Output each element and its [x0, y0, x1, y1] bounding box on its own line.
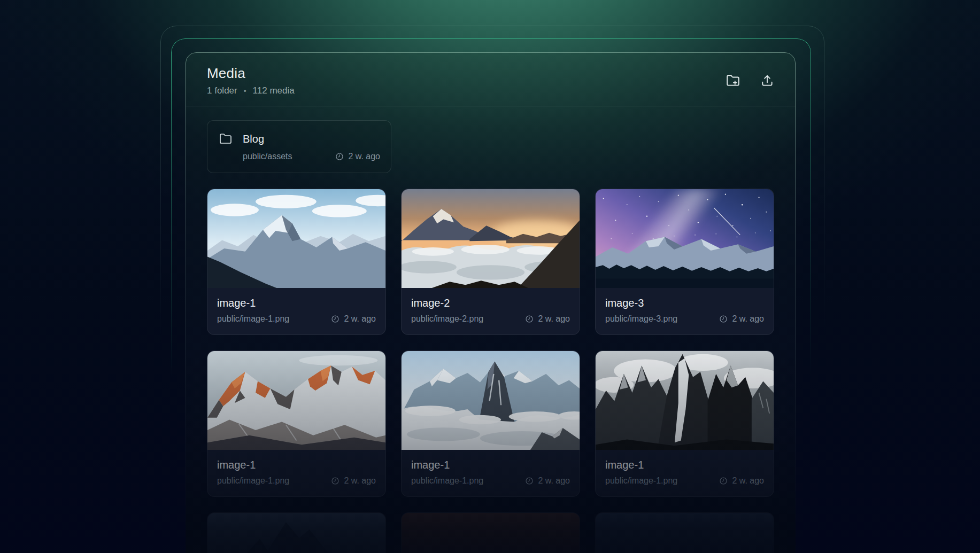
media-card-partial-1[interactable] [207, 512, 386, 553]
clock-icon [331, 477, 339, 485]
upload-icon [760, 74, 774, 88]
media-modified-label: 2 w. ago [732, 314, 764, 324]
upload-button[interactable] [760, 73, 775, 88]
header-text: Media 1 folder • 112 media [207, 65, 295, 96]
clock-icon [525, 477, 534, 485]
media-card-partial-3[interactable] [595, 512, 774, 553]
media-card-image-2[interactable]: image-2 public/image-2.png 2 w. ago [401, 189, 580, 335]
clock-icon [335, 152, 344, 161]
media-title: image-2 [411, 297, 570, 309]
new-folder-button[interactable] [726, 73, 741, 88]
page-title: Media [207, 65, 295, 82]
clock-icon [719, 477, 728, 485]
folder-modified: 2 w. ago [335, 151, 380, 162]
header-actions [726, 73, 777, 88]
media-modified-label: 2 w. ago [732, 476, 764, 486]
folder-name: Blog [243, 132, 264, 146]
media-title: image-3 [605, 297, 764, 309]
folder-path: public/assets [243, 151, 292, 162]
media-thumbnail-snowy-alps [207, 189, 385, 288]
media-modified: 2 w. ago [331, 314, 376, 324]
media-modified: 2 w. ago [331, 476, 376, 486]
media-card-partial-2[interactable] [401, 512, 580, 553]
media-modified-label: 2 w. ago [538, 476, 570, 486]
media-title: image-1 [217, 458, 376, 471]
media-thumbnail-bw-peaks [596, 351, 774, 450]
media-content: Blog public/assets 2 w. ago [186, 106, 796, 553]
media-card-image-3[interactable]: image-3 public/image-3.png 2 w. ago [595, 189, 774, 335]
clock-icon [525, 315, 534, 323]
media-grid: image-1 public/image-1.png 2 w. ago [207, 189, 774, 553]
media-card-footer: image-3 public/image-3.png 2 w. ago [596, 288, 774, 334]
media-modified-label: 2 w. ago [344, 476, 376, 486]
media-title: image-1 [217, 297, 376, 309]
media-thumbnail-milky-way [596, 189, 774, 288]
clock-icon [719, 315, 728, 323]
folder-count: 1 folder [207, 85, 237, 96]
folder-icon [219, 133, 232, 145]
media-header: Media 1 folder • 112 media [186, 52, 796, 106]
folder-plus-icon [726, 74, 740, 88]
media-card-footer: image-2 public/image-2.png 2 w. ago [402, 288, 580, 334]
folder-meta: public/assets 2 w. ago [219, 151, 380, 162]
folder-card-top: Blog [219, 132, 380, 146]
media-path: public/image-3.png [605, 314, 677, 324]
media-thumbnail-sunset-clouds [402, 189, 580, 288]
media-thumbnail-faint-blue [596, 513, 774, 553]
media-thumbnail-faint-red [402, 513, 580, 553]
media-thumbnail-alpenglow [207, 351, 385, 450]
media-count: 112 media [253, 85, 295, 96]
media-modified-label: 2 w. ago [538, 314, 570, 324]
desktop-background: Media 1 folder • 112 media [0, 0, 980, 553]
media-thumbnail-faint-mountain [207, 513, 385, 553]
folder-modified-label: 2 w. ago [348, 151, 380, 162]
folder-card-blog[interactable]: Blog public/assets 2 w. ago [207, 120, 391, 173]
media-card-footer: image-1 public/image-1.png 2 w. ago [596, 450, 774, 496]
media-card-footer: image-1 public/image-1.png 2 w. ago [207, 288, 385, 334]
media-title: image-1 [605, 458, 764, 471]
clock-icon [331, 315, 339, 323]
media-path: public/image-1.png [217, 476, 289, 486]
media-path: public/image-2.png [411, 314, 483, 324]
media-card-image-1[interactable]: image-1 public/image-1.png 2 w. ago [207, 189, 386, 335]
media-card-footer: image-1 public/image-1.png 2 w. ago [402, 450, 580, 496]
media-panel: Media 1 folder • 112 media [186, 52, 796, 553]
media-thumbnail-fog-peak [402, 351, 580, 450]
media-title: image-1 [411, 458, 570, 471]
media-card-image-1-fog[interactable]: image-1 public/image-1.png 2 w. ago [401, 351, 580, 497]
media-card-image-1-bw[interactable]: image-1 public/image-1.png 2 w. ago [595, 351, 774, 497]
separator-dot: • [244, 87, 246, 95]
media-path: public/image-1.png [605, 476, 677, 486]
media-modified-label: 2 w. ago [344, 314, 376, 324]
media-path: public/image-1.png [411, 476, 483, 486]
media-card-footer: image-1 public/image-1.png 2 w. ago [207, 450, 385, 496]
media-modified: 2 w. ago [719, 314, 764, 324]
media-count-summary: 1 folder • 112 media [207, 85, 295, 96]
media-modified: 2 w. ago [525, 314, 570, 324]
media-path: public/image-1.png [217, 314, 289, 324]
media-card-image-1-alpenglow[interactable]: image-1 public/image-1.png 2 w. ago [207, 351, 386, 497]
media-modified: 2 w. ago [719, 476, 764, 486]
media-modified: 2 w. ago [525, 476, 570, 486]
